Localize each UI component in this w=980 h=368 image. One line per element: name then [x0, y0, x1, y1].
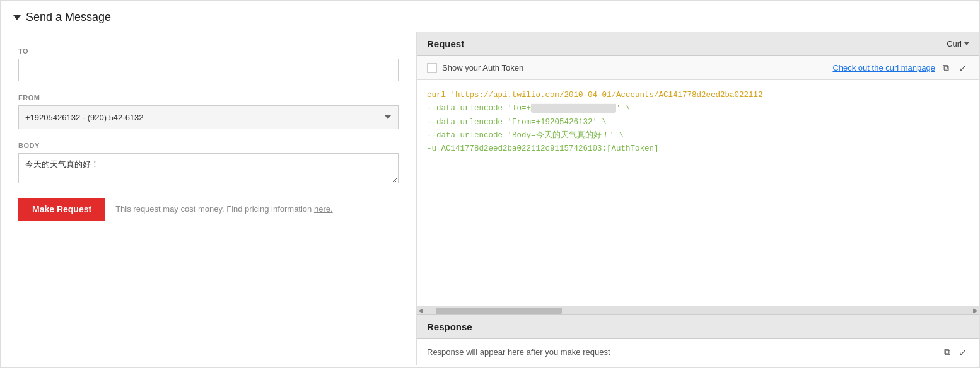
code-line-3: --data-urlencode 'From=+19205426132' \ [427, 118, 607, 127]
page-title: Send a Message [26, 11, 111, 24]
expand-button[interactable]: ⤢ [957, 62, 969, 74]
response-section: Response Response will appear here after… [417, 314, 979, 365]
body-textarea[interactable]: 今天的天气真的好！ [18, 153, 399, 183]
to-field-group: TO [18, 47, 399, 81]
code-line-4: --data-urlencode 'Body=今天的天气真的好！' \ [427, 131, 624, 140]
code-line-1: curl 'https://api.twilio.com/2010-04-01/… [427, 91, 763, 100]
body-label: BODY [18, 142, 399, 149]
page-header: Send a Message [1, 1, 979, 32]
left-panel: TO FROM +19205426132 - (920) 542-6132 BO… [1, 32, 417, 365]
scroll-right-icon[interactable]: ▶ [973, 307, 978, 314]
scrollbar-thumb[interactable] [436, 308, 562, 314]
curl-label: Curl [947, 39, 962, 49]
request-section: Request Curl Show your Auth Token Check … [417, 32, 979, 314]
to-label: TO [18, 47, 399, 55]
make-request-button[interactable]: Make Request [18, 198, 105, 221]
response-expand-button[interactable]: ⤢ [957, 346, 969, 359]
request-toolbar: Show your Auth Token Check out the curl … [417, 56, 979, 80]
request-title: Request [427, 38, 464, 49]
page-wrapper: Send a Message TO FROM +19205426132 - (9… [0, 0, 980, 368]
curl-selector[interactable]: Curl [947, 39, 969, 49]
request-section-header: Request Curl [417, 32, 979, 56]
copy-button[interactable]: ⧉ [940, 61, 952, 74]
response-copy-button[interactable]: ⧉ [942, 345, 953, 359]
response-body: Response will appear here after you make… [417, 339, 979, 365]
right-panel: Request Curl Show your Auth Token Check … [417, 32, 979, 365]
horizontal-scrollbar[interactable]: ◀ ▶ [417, 306, 979, 314]
collapse-icon[interactable] [13, 15, 21, 20]
from-field-group: FROM +19205426132 - (920) 542-6132 [18, 94, 399, 129]
code-line-5: -u AC141778d2eed2ba022112c91157426103:[A… [427, 144, 659, 153]
pricing-text: This request may cost money. Find pricin… [115, 204, 314, 214]
main-content: TO FROM +19205426132 - (920) 542-6132 BO… [1, 32, 979, 365]
body-field-group: BODY 今天的天气真的好！ [18, 142, 399, 185]
scroll-left-icon[interactable]: ◀ [418, 307, 423, 314]
response-placeholder: Response will appear here after you make… [427, 347, 610, 357]
from-label: FROM [18, 94, 399, 101]
to-input[interactable] [18, 59, 399, 81]
auth-token-label: Show your Auth Token [442, 63, 523, 72]
curl-chevron-icon [964, 42, 969, 45]
action-row: Make Request This request may cost money… [18, 198, 399, 221]
from-select-wrapper: +19205426132 - (920) 542-6132 [18, 105, 399, 129]
response-section-header: Response [417, 315, 979, 339]
auth-token-checkbox[interactable] [427, 63, 437, 73]
auth-token-row: Show your Auth Token [427, 63, 523, 73]
code-block: curl 'https://api.twilio.com/2010-04-01/… [417, 80, 979, 306]
response-icons: ⧉ ⤢ [942, 345, 969, 359]
pricing-note: This request may cost money. Find pricin… [115, 203, 332, 216]
toolbar-right: Check out the curl manpage ⧉ ⤢ [832, 61, 969, 74]
from-select[interactable]: +19205426132 - (920) 542-6132 [18, 105, 399, 129]
code-line-2: --data-urlencode 'To=+██████████████████… [427, 104, 631, 113]
curl-manpage-link[interactable]: Check out the curl manpage [832, 63, 935, 72]
pricing-link[interactable]: here. [314, 204, 333, 214]
response-title: Response [427, 321, 472, 332]
